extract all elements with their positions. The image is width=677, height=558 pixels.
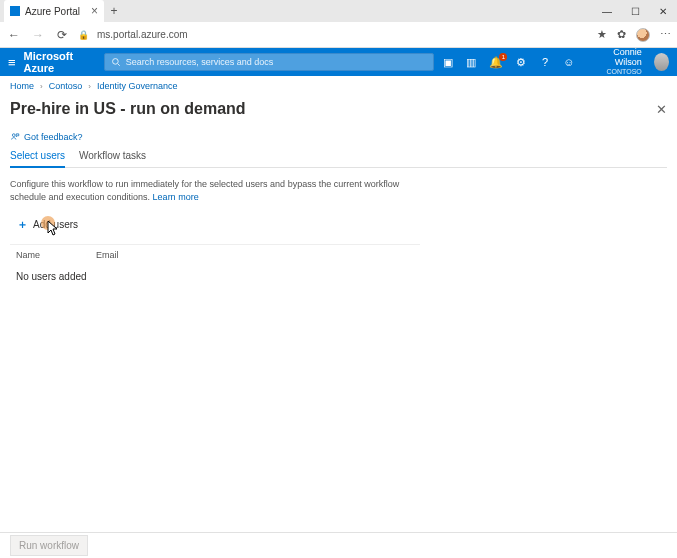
cloud-shell-icon[interactable]: ▣ xyxy=(442,56,454,69)
crumb-contoso[interactable]: Contoso xyxy=(49,81,83,91)
column-email[interactable]: Email xyxy=(96,250,414,260)
description-text: Configure this workflow to run immediate… xyxy=(10,178,430,203)
learn-more-link[interactable]: Learn more xyxy=(153,192,199,202)
nav-forward-button: → xyxy=(30,28,46,42)
run-workflow-button: Run workflow xyxy=(10,535,88,556)
plus-icon: ＋ xyxy=(17,217,28,232)
svg-point-0 xyxy=(112,59,118,65)
page-title: Pre-hire in US - run on demand xyxy=(10,100,246,118)
extensions-icon[interactable]: ✿ xyxy=(617,28,626,41)
add-users-button[interactable]: ＋ Add users xyxy=(10,213,85,236)
directory-filter-icon[interactable]: ▥ xyxy=(466,56,478,69)
window-minimize-button[interactable]: — xyxy=(593,0,621,22)
new-tab-button[interactable]: + xyxy=(104,0,124,22)
favorites-icon[interactable]: ★ xyxy=(597,28,607,41)
add-users-label: Add users xyxy=(33,219,78,230)
svg-line-1 xyxy=(118,64,120,66)
window-maximize-button[interactable]: ☐ xyxy=(621,0,649,22)
feedback-face-icon[interactable]: ☺ xyxy=(563,56,575,68)
account-directory: CONTOSO xyxy=(593,68,642,76)
tab-close-icon[interactable]: × xyxy=(91,4,98,18)
notification-badge: 1 xyxy=(499,53,507,61)
empty-state-text: No users added xyxy=(10,265,420,288)
feedback-link[interactable]: Got feedback? xyxy=(10,132,667,142)
hamburger-icon[interactable]: ≡ xyxy=(8,55,16,70)
crumb-home[interactable]: Home xyxy=(10,81,34,91)
person-feedback-icon xyxy=(10,132,20,142)
browser-menu-icon[interactable]: ⋯ xyxy=(660,28,671,41)
breadcrumb: Home › Contoso › Identity Governance xyxy=(0,76,677,96)
browser-tab[interactable]: Azure Portal × xyxy=(4,0,104,22)
nav-refresh-button[interactable]: ⟳ xyxy=(54,28,70,42)
chevron-right-icon: › xyxy=(88,82,91,91)
brand-label[interactable]: Microsoft Azure xyxy=(24,50,84,74)
settings-icon[interactable]: ⚙ xyxy=(515,56,527,69)
users-table: Name Email No users added xyxy=(10,244,420,288)
tab-workflow-tasks[interactable]: Workflow tasks xyxy=(79,150,146,167)
feedback-label: Got feedback? xyxy=(24,132,83,142)
azure-global-header: ≡ Microsoft Azure Search resources, serv… xyxy=(0,48,677,76)
browser-profile-avatar[interactable] xyxy=(636,28,650,42)
window-close-button[interactable]: ✕ xyxy=(649,0,677,22)
column-name[interactable]: Name xyxy=(16,250,96,260)
account-block[interactable]: Connie Wilson CONTOSO xyxy=(593,48,642,75)
address-url[interactable]: ms.portal.azure.com xyxy=(97,29,589,40)
tab-select-users[interactable]: Select users xyxy=(10,150,65,168)
svg-point-2 xyxy=(12,134,15,137)
search-icon xyxy=(111,57,121,67)
nav-back-button[interactable]: ← xyxy=(6,28,22,42)
description-body: Configure this workflow to run immediate… xyxy=(10,179,399,202)
tab-title: Azure Portal xyxy=(25,6,80,17)
global-search-input[interactable]: Search resources, services and docs xyxy=(104,53,434,71)
account-avatar[interactable] xyxy=(654,53,669,71)
panel-footer: Run workflow xyxy=(0,532,677,558)
lock-icon: 🔒 xyxy=(78,30,89,40)
crumb-identity-governance[interactable]: Identity Governance xyxy=(97,81,178,91)
azure-favicon xyxy=(10,6,20,16)
help-icon[interactable]: ? xyxy=(539,56,551,68)
chevron-right-icon: › xyxy=(40,82,43,91)
account-name: Connie Wilson xyxy=(593,48,642,68)
panel-close-button[interactable]: ✕ xyxy=(656,102,667,117)
notifications-icon[interactable]: 🔔1 xyxy=(489,56,503,69)
search-placeholder: Search resources, services and docs xyxy=(126,57,274,67)
